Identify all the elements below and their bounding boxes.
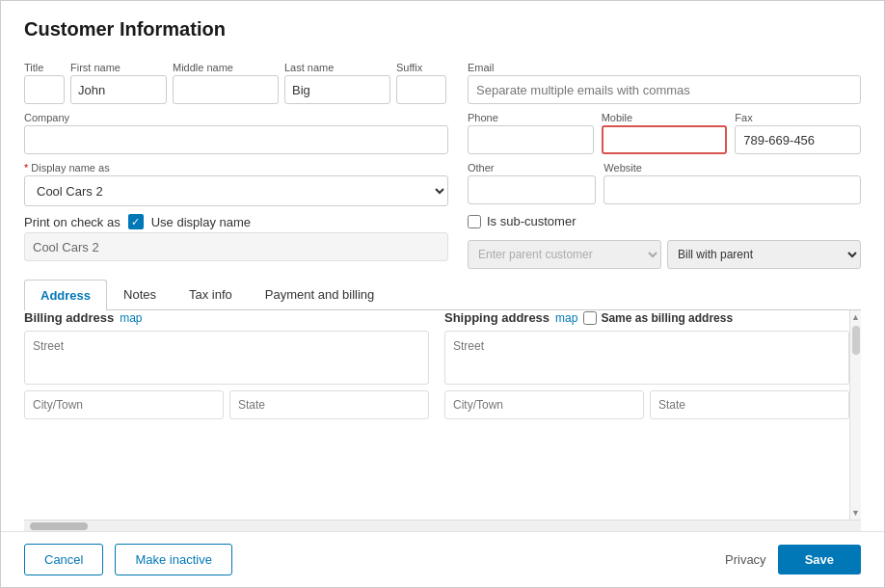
title-input[interactable] — [24, 75, 65, 104]
suffix-field-group: Suffix — [396, 62, 446, 104]
shipping-city-state-row — [444, 390, 849, 419]
suffix-label: Suffix — [396, 62, 446, 73]
name-row: Title First name Middle name Last name — [24, 62, 448, 104]
billing-address-label: Billing address — [24, 310, 114, 325]
scrollbar-down-arrow[interactable]: ▼ — [850, 506, 861, 520]
phone-field-group: Phone — [468, 112, 594, 154]
horizontal-scrollbar — [24, 520, 861, 531]
parent-row: Enter parent customer Bill with parent — [468, 240, 861, 269]
tab-content-area: Billing address map — [24, 310, 861, 531]
scrollbar-thumb[interactable] — [852, 326, 860, 355]
print-check-label: Print on check as — [24, 215, 121, 229]
print-check-row: Print on check as ✓ Use display name — [24, 214, 448, 229]
mobile-field-group: Mobile — [602, 112, 728, 154]
shipping-state-input[interactable] — [650, 390, 849, 419]
other-website-row: Other Website — [468, 162, 861, 204]
middlename-input[interactable] — [173, 75, 279, 104]
lastname-field-group: Last name — [284, 62, 390, 104]
customer-info-modal: Customer Information Title First name M — [0, 0, 885, 588]
phone-input[interactable] — [468, 125, 594, 154]
fax-field-group: Fax — [735, 112, 861, 154]
left-column: Title First name Middle name Last name — [24, 62, 448, 269]
same-billing-check: Same as billing address — [583, 311, 733, 325]
cancel-button[interactable]: Cancel — [24, 544, 103, 575]
middlename-label: Middle name — [173, 62, 279, 73]
make-inactive-button[interactable]: Make inactive — [115, 544, 231, 575]
required-asterisk: * — [24, 162, 28, 174]
phone-mobile-fax-row: Phone Mobile Fax — [468, 112, 861, 154]
company-label: Company — [24, 112, 448, 123]
shipping-city-input[interactable] — [444, 390, 644, 419]
display-name-label: * Display name as — [24, 162, 448, 174]
modal-footer: Cancel Make inactive Privacy Save — [1, 531, 884, 587]
other-label: Other — [468, 162, 596, 174]
bill-with-parent-select[interactable]: Bill with parent — [667, 240, 861, 269]
top-section: Title First name Middle name Last name — [24, 62, 861, 269]
vertical-scrollbar: ▲ ▼ — [849, 310, 861, 520]
save-button[interactable]: Save — [778, 545, 861, 575]
billing-state-input[interactable] — [229, 390, 429, 419]
privacy-link[interactable]: Privacy — [725, 552, 766, 567]
website-input[interactable] — [603, 175, 861, 204]
email-label: Email — [468, 62, 861, 73]
website-field-group: Website — [603, 162, 861, 204]
firstname-label: First name — [70, 62, 167, 73]
parent-customer-select[interactable]: Enter parent customer — [468, 240, 661, 269]
fax-input[interactable] — [735, 125, 861, 154]
tab-taxinfo[interactable]: Tax info — [173, 279, 249, 309]
shipping-address-header: Shipping address map Same as billing add… — [444, 310, 849, 325]
display-name-field-group: * Display name as Cool Cars 2 — [24, 162, 448, 206]
tab-payment[interactable]: Payment and billing — [249, 279, 390, 309]
use-display-checkmark-icon: ✓ — [128, 214, 144, 229]
billing-city-input[interactable] — [24, 390, 224, 419]
email-input[interactable] — [468, 75, 861, 104]
billing-street-input[interactable] — [24, 331, 429, 385]
subcustomer-row: Is sub-customer — [468, 214, 861, 228]
scrollbar-up-arrow[interactable]: ▲ — [850, 310, 861, 324]
middlename-field-group: Middle name — [173, 62, 279, 104]
title-field-group: Title — [24, 62, 65, 104]
billing-map-link[interactable]: map — [120, 311, 142, 325]
subcustomer-checkbox[interactable] — [468, 215, 481, 228]
billing-city-state-row — [24, 390, 429, 419]
display-name-select-wrapper: Cool Cars 2 — [24, 175, 448, 206]
shipping-map-link[interactable]: map — [555, 311, 577, 325]
same-billing-checkbox[interactable] — [583, 311, 597, 325]
print-check-section: Print on check as ✓ Use display name — [24, 214, 448, 261]
subcustomer-label: Is sub-customer — [487, 214, 576, 228]
firstname-field-group: First name — [70, 62, 167, 104]
tabs-nav: Address Notes Tax info Payment and billi… — [24, 279, 861, 310]
print-check-input[interactable] — [24, 232, 448, 261]
other-field-group: Other — [468, 162, 596, 204]
title-label: Title — [24, 62, 65, 73]
company-field-group: Company — [24, 112, 448, 154]
tab-address[interactable]: Address — [24, 280, 107, 310]
page-title: Customer Information — [24, 18, 861, 40]
address-wrapper: Billing address map — [24, 310, 861, 520]
right-column: Email Phone Mobile Fax — [468, 62, 861, 269]
shipping-address-section: Shipping address map Same as billing add… — [444, 310, 849, 520]
email-field-group: Email — [468, 62, 861, 104]
shipping-street-input[interactable] — [444, 331, 849, 385]
company-input[interactable] — [24, 125, 448, 154]
firstname-input[interactable] — [70, 75, 167, 104]
tab-notes[interactable]: Notes — [107, 279, 173, 309]
website-label: Website — [603, 162, 861, 174]
billing-address-section: Billing address map — [24, 310, 429, 520]
use-display-label: Use display name — [151, 215, 251, 229]
address-cols: Billing address map — [24, 310, 849, 520]
suffix-input[interactable] — [396, 75, 446, 104]
fax-label: Fax — [735, 112, 861, 123]
modal-header: Customer Information — [1, 1, 884, 50]
lastname-input[interactable] — [284, 75, 390, 104]
phone-label: Phone — [468, 112, 594, 123]
h-scrollbar-thumb[interactable] — [30, 522, 88, 530]
lastname-label: Last name — [284, 62, 390, 73]
mobile-label: Mobile — [602, 112, 728, 123]
other-input[interactable] — [468, 175, 596, 204]
tabs-section: Address Notes Tax info Payment and billi… — [24, 279, 861, 531]
mobile-input[interactable] — [602, 125, 728, 154]
billing-address-header: Billing address map — [24, 310, 429, 325]
modal-body: Title First name Middle name Last name — [1, 50, 884, 531]
display-name-select[interactable]: Cool Cars 2 — [24, 175, 448, 206]
